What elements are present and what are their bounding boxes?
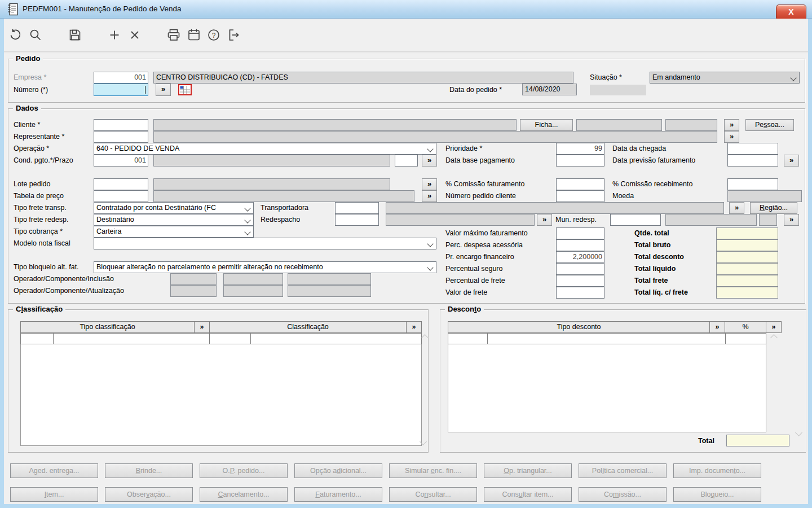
tabela-preco-input[interactable] [94, 190, 148, 202]
classificacao-cell-4[interactable] [250, 333, 422, 344]
browse-grid-icon[interactable] [178, 84, 192, 95]
redespacho-input[interactable] [335, 214, 379, 226]
exit-icon[interactable] [227, 28, 241, 42]
empresa-code-field[interactable]: 001 [94, 72, 148, 84]
imp-documento-button[interactable]: Imp. documento... [673, 463, 761, 478]
lote-pedido-label: Lote pedido [14, 179, 50, 189]
undo-icon[interactable] [8, 28, 23, 42]
close-button[interactable]: X [776, 5, 806, 20]
desconto-col2-lookup[interactable]: » [766, 321, 782, 333]
cliente-name-field [153, 119, 517, 131]
calendar-icon[interactable] [187, 28, 201, 42]
perc-despesa-input[interactable] [556, 239, 604, 251]
prioridade-input[interactable]: 99 [556, 143, 604, 155]
observacao-button[interactable]: Observação... [105, 487, 193, 502]
pessoa-button[interactable]: Pessoa... [745, 119, 794, 131]
desconto-cell-2[interactable] [487, 333, 726, 344]
transportadora-input[interactable] [335, 202, 379, 214]
tipo-frete-redesp-label: Tipo frete redesp. [14, 215, 69, 225]
classificacao-col1-header: Tipo classificação [20, 321, 195, 333]
tipo-frete-transp-select[interactable]: Contratado por conta Destinatário (FC [94, 202, 254, 214]
op-pedido-button[interactable]: O.P. pedido... [200, 463, 288, 478]
situacao-select[interactable]: Em andamento [650, 72, 800, 84]
redespacho-lookup-button[interactable]: » [537, 214, 552, 226]
empresa-label: Empresa * [14, 73, 46, 82]
desconto-total-label: Total [698, 436, 714, 446]
num-pedido-cliente-input[interactable] [556, 190, 604, 202]
cond-pgto-input[interactable]: 001 [94, 155, 148, 167]
perc-frete-input[interactable] [556, 275, 604, 287]
cancel-icon[interactable] [127, 28, 142, 42]
operacao-label: Operação * [14, 144, 49, 154]
mun-redesp-lookup-button[interactable]: » [784, 214, 799, 226]
data-previsao-input[interactable] [727, 155, 778, 167]
representante-lookup-button[interactable]: » [724, 131, 739, 143]
transportadora-lookup-button[interactable]: » [729, 202, 744, 214]
save-icon[interactable] [68, 28, 82, 42]
bloqueio-button[interactable]: Bloqueio... [673, 487, 761, 502]
chevron-down-icon [244, 205, 250, 211]
data-previsao-lookup-button[interactable]: » [784, 155, 799, 167]
total-bruto-label: Total bruto [634, 240, 670, 250]
valor-maximo-label: Valor máximo faturamento [445, 229, 528, 238]
print-icon[interactable] [166, 28, 181, 42]
cancelamento-button[interactable]: Cancelamento... [200, 487, 288, 502]
tipo-cobranca-select[interactable]: Carteira [94, 226, 254, 238]
cond-pgto-lookup-button[interactable]: » [422, 155, 437, 167]
consultar-item-button[interactable]: Consultar item... [484, 487, 572, 502]
search-icon[interactable] [28, 28, 43, 42]
lote-pedido-lookup-button[interactable]: » [422, 178, 437, 190]
cliente-extra-field-1 [576, 119, 662, 131]
aged-entrega-button[interactable]: Aged. entrega... [10, 463, 98, 478]
classificacao-cell-3[interactable] [209, 333, 251, 344]
operacao-select[interactable]: 640 - PEDIDO DE VENDA [94, 143, 436, 155]
add-icon[interactable] [107, 28, 122, 42]
tabela-preco-lookup-button[interactable]: » [422, 190, 437, 202]
tipo-frete-transp-label: Tipo frete transp. [14, 203, 67, 213]
modelo-nf-select[interactable] [94, 238, 436, 249]
simular-enc-fin-button[interactable]: Simular enc. fin.... [389, 463, 477, 478]
politica-comercial-button[interactable]: Política comercial... [579, 463, 667, 478]
opcao-adicional-button[interactable]: Opção adicional... [294, 463, 382, 478]
op-triangular-button[interactable]: Op. triangular... [484, 463, 572, 478]
operador-atualizacao-field-1 [170, 285, 217, 297]
comissao-button[interactable]: Comissão... [579, 487, 667, 502]
cliente-code-input[interactable] [94, 119, 148, 131]
item-button[interactable]: Item... [10, 487, 98, 502]
pr-encargo-input[interactable]: 2,200000 [556, 251, 604, 263]
numero-lookup-button[interactable]: » [156, 84, 171, 96]
operador-atualizacao-field-3 [288, 285, 371, 297]
chevron-down-icon [790, 75, 796, 81]
tipo-frete-redesp-select[interactable]: Destinatário [94, 214, 254, 226]
cliente-lookup-button[interactable]: » [724, 119, 739, 131]
data-base-input[interactable] [556, 155, 604, 167]
desconto-cell-3[interactable] [725, 333, 766, 344]
lote-pedido-input[interactable] [94, 178, 148, 190]
ficha-button[interactable]: Ficha... [520, 119, 573, 131]
classificacao-col1-lookup[interactable]: » [194, 321, 210, 333]
prazo-input[interactable] [395, 155, 418, 167]
document-icon [7, 3, 19, 16]
data-chegada-input[interactable] [727, 143, 778, 155]
brinde-button[interactable]: Brinde... [105, 463, 193, 478]
valor-maximo-input[interactable] [556, 227, 604, 239]
perc-seguro-input[interactable] [556, 263, 604, 275]
comissao-fat-input[interactable] [556, 178, 604, 190]
comissao-rec-input[interactable] [727, 178, 778, 190]
valor-frete-input[interactable] [556, 287, 604, 299]
classificacao-cell-2[interactable] [53, 333, 210, 344]
tipo-bloqueio-select[interactable]: Bloquear alteração no parcelamento e per… [94, 261, 436, 273]
numero-input[interactable] [94, 84, 148, 96]
regiao-button[interactable]: Região... [750, 202, 797, 214]
help-icon[interactable]: ? [206, 28, 221, 42]
faturamento-button[interactable]: Faturamento... [294, 487, 382, 502]
desconto-col1-lookup[interactable]: » [709, 321, 725, 333]
classificacao-cell-1[interactable] [20, 333, 54, 344]
cond-pgto-label: Cond. pgto.*/Prazo [14, 156, 73, 165]
comissao-fat-label: % Comissão faturamento [445, 179, 524, 189]
mun-redesp-input[interactable] [610, 214, 661, 226]
desconto-cell-1[interactable] [448, 333, 488, 344]
classificacao-col2-lookup[interactable]: » [406, 321, 422, 333]
representante-code-input[interactable] [94, 131, 148, 143]
consultar-button[interactable]: Consultar... [389, 487, 477, 502]
